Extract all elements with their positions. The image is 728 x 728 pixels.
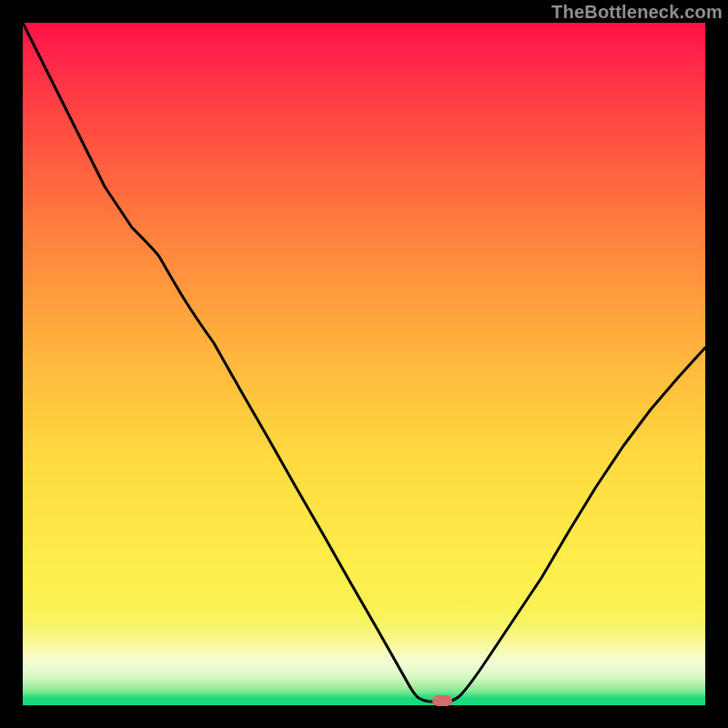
chart-frame: TheBottleneck.com xyxy=(0,0,728,728)
watermark-text: TheBottleneck.com xyxy=(551,2,723,23)
curve-path xyxy=(23,23,705,702)
optimal-point-marker xyxy=(432,695,452,706)
chart-plot-area xyxy=(23,23,705,705)
bottleneck-curve xyxy=(23,23,705,705)
